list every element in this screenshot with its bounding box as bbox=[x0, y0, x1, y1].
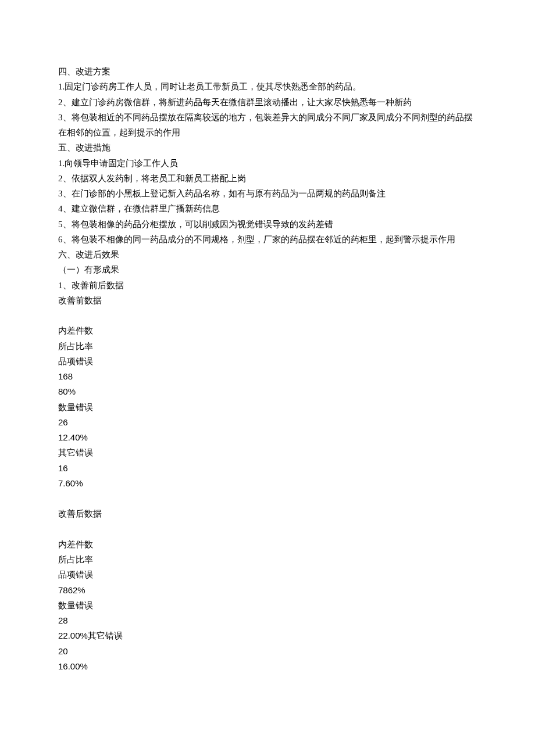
blank-line bbox=[58, 491, 477, 506]
data-value: 80% bbox=[58, 384, 477, 399]
body-text: 1、改善前后数据 bbox=[58, 278, 477, 293]
data-label: 内差件数 bbox=[58, 323, 477, 338]
body-text: 3、将包装相近的不同药品摆放在隔离较远的地方，包装差异大的同成分不同厂家及同成分… bbox=[58, 110, 477, 141]
body-text: 4、建立微信群，在微信群里广播新药信息 bbox=[58, 201, 477, 216]
data-before-title: 改善前数据 bbox=[58, 293, 477, 308]
data-label: 其它错误 bbox=[58, 445, 477, 460]
subsection-heading: （一）有形成果 bbox=[58, 262, 477, 277]
data-value: 22.00% bbox=[58, 630, 88, 640]
data-value: 12.40% bbox=[58, 430, 477, 445]
body-text: 6、将包装不相像的同一药品成分的不同规格，剂型，厂家的药品摆在邻近的药柜里，起到… bbox=[58, 232, 477, 247]
data-value: 16.00% bbox=[58, 659, 477, 674]
section-4-heading: 四、改进方案 bbox=[58, 64, 477, 79]
data-label: 内差件数 bbox=[58, 537, 477, 552]
section-5-heading: 五、改进措施 bbox=[58, 140, 477, 155]
blank-line bbox=[58, 522, 477, 537]
section-6-heading: 六、改进后效果 bbox=[58, 247, 477, 262]
body-text: 3、在门诊部的小黑板上登记新入药品名称，如有与原有药品为一品两规的药品则备注 bbox=[58, 186, 477, 201]
data-label: 数量错误 bbox=[58, 400, 477, 415]
body-text: 2、建立门诊药房微信群，将新进药品每天在微信群里滚动播出，让大家尽快熟悉每一种新… bbox=[58, 95, 477, 110]
data-value: 28 bbox=[58, 613, 477, 628]
data-value: 7.60% bbox=[58, 476, 477, 491]
blank-line bbox=[58, 308, 477, 323]
data-label: 数量错误 bbox=[58, 598, 477, 613]
data-label: 品项错误 bbox=[58, 354, 477, 369]
data-value: 16 bbox=[58, 461, 477, 476]
data-label: 所占比率 bbox=[58, 552, 477, 567]
body-text: 2、依据双人发药制，将老员工和新员工搭配上岗 bbox=[58, 171, 477, 186]
data-label: 所占比率 bbox=[58, 339, 477, 354]
data-mixed-line: 22.00%其它错误 bbox=[58, 628, 477, 643]
body-text: 1.固定门诊药房工作人员，同时让老员工带新员工，使其尽快熟悉全部的药品。 bbox=[58, 79, 477, 94]
body-text: 1.向领导申请固定门诊工作人员 bbox=[58, 156, 477, 171]
data-label: 其它错误 bbox=[88, 631, 123, 640]
data-value: 168 bbox=[58, 369, 477, 384]
body-text: 5、将包装相像的药品分柜摆放，可以削减因为视觉错误导致的发药差错 bbox=[58, 217, 477, 232]
document-page: 四、改进方案 1.固定门诊药房工作人员，同时让老员工带新员工，使其尽快熟悉全部的… bbox=[0, 0, 535, 709]
data-label: 品项错误 bbox=[58, 567, 477, 582]
data-value: 26 bbox=[58, 415, 477, 430]
data-value: 7862% bbox=[58, 583, 477, 598]
data-value: 20 bbox=[58, 644, 477, 659]
data-after-title: 改善后数据 bbox=[58, 506, 477, 521]
